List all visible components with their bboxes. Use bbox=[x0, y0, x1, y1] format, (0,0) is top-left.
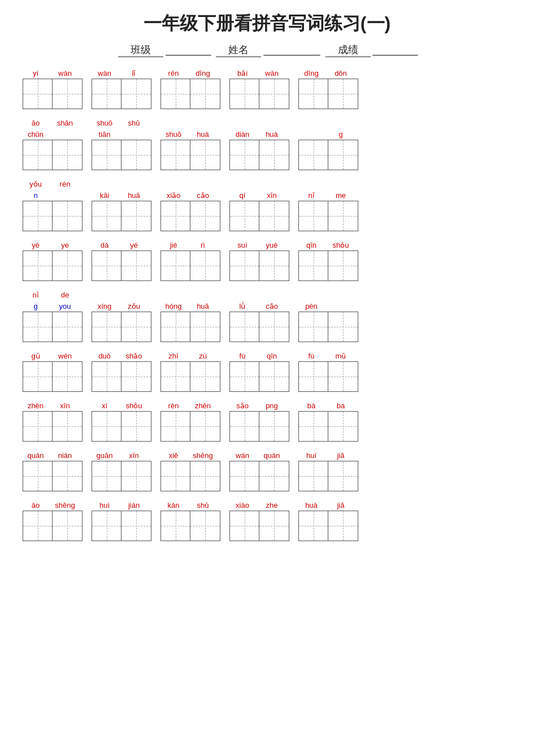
char-boxes bbox=[229, 411, 289, 442]
char-box bbox=[230, 312, 259, 342]
pinyin-line: dīngdōn bbox=[298, 67, 354, 77]
pinyin-line: hónghuā bbox=[160, 300, 216, 310]
pinyin-line: bǎiwàn bbox=[229, 67, 285, 77]
pinyin-syllable: kàn bbox=[160, 501, 186, 509]
pinyin-line: sǎopng bbox=[229, 400, 285, 410]
pinyin-line: huíjiā bbox=[298, 450, 354, 460]
pinyin-syllable: jié bbox=[160, 241, 186, 249]
word-group-7-1: guānxīn bbox=[92, 450, 151, 491]
word-group-8-2: kànshū bbox=[160, 499, 220, 541]
char-box bbox=[161, 79, 190, 109]
char-box bbox=[92, 140, 121, 170]
word-row-6: zhēnxīnxíshǒurènzhēnsǎopngbàba bbox=[23, 400, 511, 442]
pinyin-line: wánquán bbox=[229, 450, 285, 460]
name-label: 姓名 bbox=[216, 43, 261, 57]
pinyin-line: xíshǒu bbox=[92, 400, 147, 410]
pinyin-syllable: dà bbox=[92, 241, 118, 249]
pinyin-line-bottom: n bbox=[23, 189, 78, 200]
word-group-5-3: fùqīn bbox=[229, 350, 289, 392]
char-boxes bbox=[160, 361, 220, 392]
pinyin-syllable: hóng bbox=[160, 302, 186, 310]
pinyin-syllable: shān bbox=[52, 119, 78, 127]
pinyin-syllable: jiā bbox=[328, 501, 354, 509]
char-box bbox=[161, 201, 190, 231]
pinyin-syllable: zhe bbox=[259, 501, 285, 509]
char-box bbox=[259, 461, 289, 491]
char-box bbox=[299, 312, 328, 342]
char-box bbox=[328, 412, 358, 441]
char-boxes bbox=[23, 201, 83, 231]
word-row-7: quánniánguānxīnxiěshēngwánquánhuíjiā bbox=[23, 450, 511, 491]
word-group-8-1: huìjiàn bbox=[92, 499, 151, 541]
char-boxes bbox=[229, 250, 289, 281]
word-group-7-2: xiěshēng bbox=[160, 450, 220, 491]
char-box bbox=[121, 201, 151, 231]
char-boxes bbox=[92, 250, 151, 281]
char-boxes bbox=[160, 79, 220, 109]
word-group-2-3: qíxīn bbox=[229, 189, 289, 231]
pinyin-syllable: yé bbox=[23, 241, 49, 249]
pinyin-syllable: huā bbox=[121, 191, 147, 200]
char-box bbox=[190, 251, 220, 280]
word-group-7-3: wánquán bbox=[229, 450, 289, 491]
char-box bbox=[161, 362, 190, 391]
char-boxes bbox=[298, 511, 358, 541]
pinyin-syllable: nǐ bbox=[23, 291, 49, 299]
char-boxes bbox=[229, 79, 289, 109]
pinyin-syllable: fù bbox=[298, 352, 324, 360]
char-box bbox=[121, 312, 151, 342]
char-box bbox=[190, 461, 220, 491]
word-group-3-0: yéye bbox=[23, 239, 83, 281]
char-boxes bbox=[160, 140, 220, 170]
char-box bbox=[230, 140, 259, 170]
pinyin-syllable: diàn bbox=[229, 130, 255, 139]
word-row-2: yǒurénnkāihuāxiǎocǎoqíxīnnǐme bbox=[23, 178, 511, 231]
char-boxes bbox=[23, 79, 83, 109]
char-box bbox=[328, 251, 358, 280]
pinyin-syllable: lǜ bbox=[229, 302, 255, 310]
word-group-2-0: yǒurénn bbox=[23, 178, 83, 231]
char-box bbox=[121, 140, 151, 170]
pinyin-line: qíxīn bbox=[229, 189, 285, 200]
pinyin-syllable: xiě bbox=[160, 451, 186, 460]
char-boxes bbox=[23, 461, 83, 491]
pinyin-line: kànshū bbox=[160, 499, 216, 509]
pinyin-syllable: shuō bbox=[92, 119, 118, 127]
pinyin-line: bàba bbox=[298, 400, 354, 410]
pinyin-syllable: mǔ bbox=[328, 352, 354, 360]
word-group-2-4: nǐme bbox=[298, 189, 358, 231]
pinyin-syllable: wàn bbox=[52, 69, 78, 77]
pinyin-line: wànlǐ bbox=[92, 67, 147, 77]
pinyin-line-mid: āoshān bbox=[23, 117, 78, 127]
pinyin-line: dàyé bbox=[92, 239, 147, 249]
word-group-3-3: suìyuè bbox=[229, 239, 289, 281]
pinyin-syllable: pén bbox=[298, 302, 324, 310]
char-box bbox=[161, 312, 190, 342]
pinyin-syllable: dōn bbox=[328, 69, 354, 77]
pinyin-syllable: cǎo bbox=[190, 191, 216, 200]
char-box bbox=[190, 412, 220, 441]
pinyin-line: xiǎocǎo bbox=[160, 189, 216, 200]
pinyin-syllable: huí bbox=[298, 451, 324, 460]
char-boxes bbox=[298, 461, 358, 491]
char-box bbox=[190, 362, 220, 391]
pinyin-syllable: ào bbox=[23, 501, 49, 509]
pinyin-line: kāihuā bbox=[92, 189, 147, 200]
char-boxes bbox=[298, 411, 358, 442]
word-group-1-1: shuōshūtiān bbox=[92, 117, 151, 170]
char-boxes bbox=[92, 361, 151, 392]
char-box bbox=[92, 312, 121, 342]
pinyin-line: huàjiā bbox=[298, 499, 354, 509]
char-box bbox=[328, 312, 358, 342]
pinyin-line: zhēnxīn bbox=[23, 400, 78, 410]
word-row-8: àoshēnghuìjiànkànshūxiàozhehuàjiā bbox=[23, 499, 511, 541]
pinyin-syllable: huà bbox=[298, 501, 324, 509]
char-box bbox=[23, 362, 53, 391]
char-box bbox=[259, 362, 289, 391]
word-row-4: nǐdegyouxíngzǒuhónghuālǜcǎopén bbox=[23, 289, 511, 342]
char-box bbox=[121, 461, 151, 491]
pinyin-line: zhīzú bbox=[160, 350, 216, 360]
pinyin-syllable: shū bbox=[190, 501, 216, 509]
word-group-5-4: fùmǔ bbox=[298, 350, 358, 392]
char-box bbox=[161, 511, 190, 541]
